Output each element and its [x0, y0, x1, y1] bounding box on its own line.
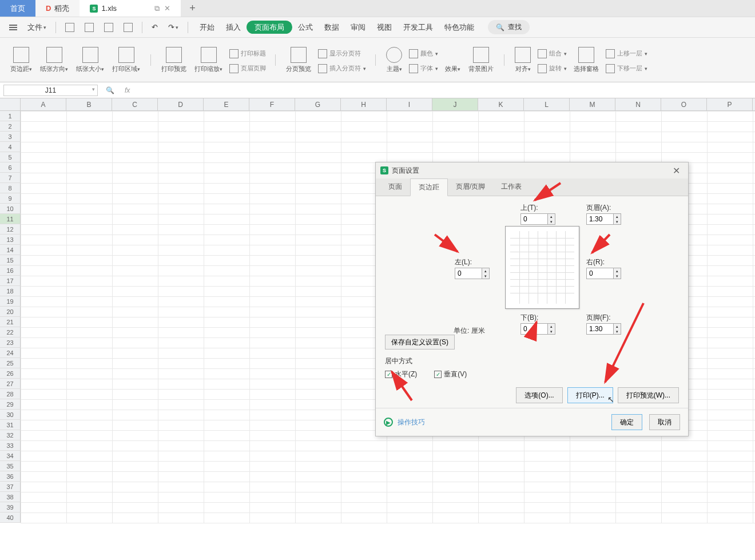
col-header-L[interactable]: L: [524, 98, 570, 110]
print-button[interactable]: 打印(P)...: [567, 387, 613, 403]
row-header-28[interactable]: 28: [0, 389, 21, 399]
save-as-icon[interactable]: [81, 21, 97, 34]
col-header-C[interactable]: C: [112, 98, 158, 110]
spin-bottom[interactable]: ▴▾: [520, 323, 555, 335]
menu-1[interactable]: 插入: [220, 21, 247, 34]
tab-shell[interactable]: D 稻壳: [35, 0, 80, 17]
col-header-B[interactable]: B: [66, 98, 112, 110]
spin-left[interactable]: ▴▾: [455, 268, 490, 279]
row-header-33[interactable]: 33: [0, 440, 21, 451]
col-header-A[interactable]: A: [21, 98, 66, 110]
print-preview-button[interactable]: 打印预览(W)...: [618, 387, 679, 403]
menu-3[interactable]: 公式: [292, 21, 319, 34]
btn-theme[interactable]: 主题▾: [383, 46, 406, 74]
row-header-35[interactable]: 35: [0, 461, 21, 471]
dlg-tab-0[interactable]: 页面: [380, 178, 410, 196]
col-header-O[interactable]: O: [661, 98, 707, 110]
row-header-34[interactable]: 34: [0, 451, 21, 461]
redo-icon[interactable]: ↷▾: [165, 21, 182, 34]
row-header-13[interactable]: 13: [0, 235, 21, 245]
row-header-18[interactable]: 18: [0, 286, 21, 296]
row-header-31[interactable]: 31: [0, 420, 21, 430]
hamburger-icon[interactable]: [6, 22, 21, 33]
row-header-9[interactable]: 9: [0, 193, 21, 204]
cancel-button[interactable]: 取消: [649, 414, 680, 430]
btn-header-footer[interactable]: 页眉页脚: [227, 63, 268, 74]
row-header-7[interactable]: 7: [0, 173, 21, 183]
menu-6[interactable]: 视图: [371, 21, 398, 34]
tab-home[interactable]: 首页: [0, 0, 35, 17]
row-header-15[interactable]: 15: [0, 255, 21, 265]
btn-size[interactable]: 纸张大小▾: [73, 46, 108, 74]
btn-print-area[interactable]: 打印区域▾: [109, 46, 144, 74]
menu-4[interactable]: 数据: [319, 21, 345, 34]
row-header-10[interactable]: 10: [0, 204, 21, 214]
menu-5[interactable]: 审阅: [345, 21, 371, 34]
checkbox-vertical[interactable]: ✓垂直(V): [434, 370, 467, 379]
btn-move-up[interactable]: 上移一层▾: [603, 48, 650, 59]
col-header-K[interactable]: K: [478, 98, 524, 110]
tab-detach-icon[interactable]: ⧉: [154, 4, 160, 13]
search-box[interactable]: 🔍 查找: [488, 20, 530, 34]
spin-right[interactable]: ▴▾: [586, 268, 621, 279]
row-header-23[interactable]: 23: [0, 337, 21, 348]
dlg-tab-2[interactable]: 页眉/页脚: [448, 178, 493, 196]
col-header-M[interactable]: M: [570, 98, 615, 110]
col-header-P[interactable]: P: [707, 98, 753, 110]
dialog-close-button[interactable]: ✕: [669, 165, 684, 176]
col-header-N[interactable]: N: [615, 98, 661, 110]
col-header-F[interactable]: F: [249, 98, 295, 110]
btn-effect[interactable]: 效果▾: [442, 63, 464, 74]
row-header-1[interactable]: 1: [0, 111, 21, 121]
tab-add-button[interactable]: +: [181, 0, 204, 17]
row-header-37[interactable]: 37: [0, 482, 21, 492]
spin-header[interactable]: ▴▾: [586, 213, 621, 225]
btn-insert-break[interactable]: 插入分页符▾: [316, 63, 368, 74]
name-box[interactable]: J11: [3, 85, 98, 96]
row-header-8[interactable]: 8: [0, 183, 21, 193]
row-header-17[interactable]: 17: [0, 276, 21, 286]
row-header-32[interactable]: 32: [0, 430, 21, 440]
menu-8[interactable]: 特色功能: [439, 21, 480, 34]
btn-rotate[interactable]: 旋转▾: [535, 63, 569, 74]
dlg-tab-1[interactable]: 页边距: [410, 178, 448, 196]
row-header-22[interactable]: 22: [0, 327, 21, 337]
row-header-3[interactable]: 3: [0, 132, 21, 142]
btn-print-scale[interactable]: 打印缩放▾: [191, 46, 226, 74]
fx-icon[interactable]: fx: [125, 86, 130, 94]
btn-page-preview[interactable]: 分页预览: [283, 46, 315, 74]
row-header-11[interactable]: 11: [0, 214, 21, 224]
preview-icon[interactable]: [120, 21, 136, 34]
file-menu[interactable]: 文件▾: [24, 20, 50, 35]
col-header-H[interactable]: H: [341, 98, 387, 110]
row-header-26[interactable]: 26: [0, 368, 21, 379]
btn-orient[interactable]: 纸张方向▾: [37, 46, 71, 74]
dlg-tab-3[interactable]: 工作表: [493, 178, 530, 196]
row-header-27[interactable]: 27: [0, 379, 21, 389]
row-header-36[interactable]: 36: [0, 471, 21, 482]
menu-0[interactable]: 开始: [194, 21, 220, 34]
btn-bg[interactable]: 背景图片: [465, 46, 497, 74]
menu-7[interactable]: 开发工具: [398, 21, 439, 34]
row-header-29[interactable]: 29: [0, 399, 21, 410]
row-header-14[interactable]: 14: [0, 245, 21, 255]
col-header-E[interactable]: E: [204, 98, 249, 110]
col-header-D[interactable]: D: [158, 98, 204, 110]
row-header-20[interactable]: 20: [0, 307, 21, 317]
btn-margin[interactable]: 页边距▾: [7, 46, 35, 74]
btn-select-pane[interactable]: 选择窗格: [570, 46, 602, 74]
row-header-21[interactable]: 21: [0, 317, 21, 327]
row-header-39[interactable]: 39: [0, 502, 21, 513]
options-button[interactable]: 选项(O)...: [516, 387, 562, 403]
row-header-25[interactable]: 25: [0, 358, 21, 368]
spin-footer[interactable]: ▴▾: [586, 323, 621, 335]
spin-top[interactable]: ▴▾: [520, 213, 555, 225]
btn-group[interactable]: 组合▾: [535, 48, 569, 59]
tab-close-icon[interactable]: ✕: [164, 4, 170, 13]
row-header-38[interactable]: 38: [0, 492, 21, 502]
menu-2[interactable]: 页面布局: [247, 21, 292, 34]
btn-print-preview[interactable]: 打印预览: [158, 46, 190, 74]
undo-icon[interactable]: ↶: [148, 21, 161, 34]
row-header-2[interactable]: 2: [0, 121, 21, 132]
save-icon[interactable]: [62, 21, 78, 34]
